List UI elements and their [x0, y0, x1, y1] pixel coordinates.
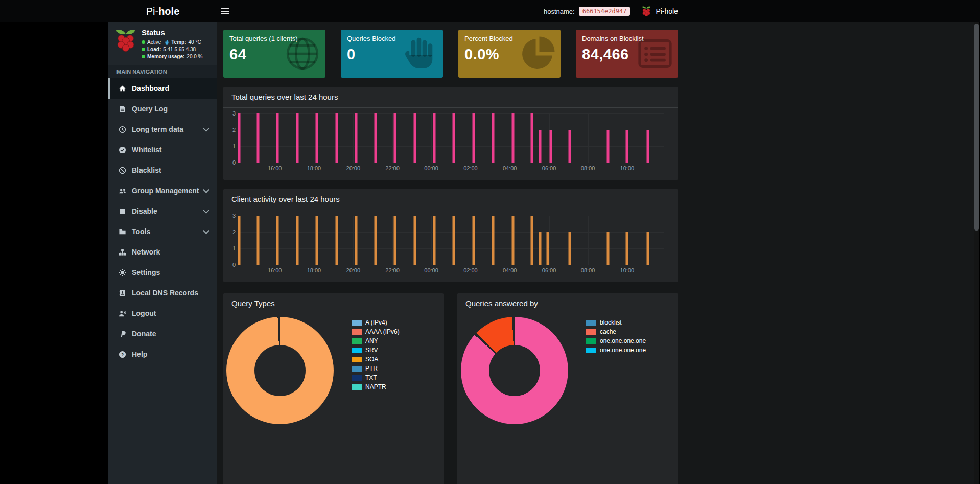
- user-menu[interactable]: Pi-hole: [656, 7, 678, 15]
- navbar-right: hostname: 666154e2d947 Pi-hole: [544, 0, 678, 22]
- sidebar-item-logout[interactable]: Logout: [108, 303, 217, 324]
- bar: [531, 216, 533, 265]
- y-tick-label: 1: [232, 245, 236, 251]
- bar: [335, 113, 338, 163]
- bar: [374, 216, 377, 265]
- sidebar-item-settings[interactable]: Settings: [108, 262, 217, 283]
- sidebar-item-group-management[interactable]: Group Management: [108, 180, 217, 201]
- gridline-horizontal: [238, 163, 664, 163]
- legend-swatch: [352, 357, 362, 362]
- legend-label: SRV: [365, 347, 378, 354]
- legend-item: SOA: [352, 355, 400, 364]
- sidebar-item-help[interactable]: ?Help: [108, 344, 217, 364]
- status-memory: Memory usage: 20.0 %: [142, 54, 203, 59]
- gridline-vertical: [353, 216, 354, 265]
- legend-label: SOA: [365, 356, 378, 363]
- paypal-icon: [119, 330, 127, 338]
- legend-label: TXT: [365, 374, 377, 381]
- sidebar-item-label: Network: [132, 248, 160, 256]
- bar: [355, 113, 358, 163]
- status-panel: Status Active Temp: 40 °C Load: 5.41 5.6…: [108, 22, 217, 65]
- sidebar-item-label: Disable: [132, 207, 157, 215]
- bar: [355, 216, 358, 265]
- gridline-horizontal: [238, 146, 664, 147]
- x-axis: 16:0018:0020:0022:0000:0002:0004:0006:00…: [238, 165, 664, 173]
- sidebar-item-local-dns-records[interactable]: Local DNS Records: [108, 283, 217, 303]
- bar: [626, 232, 628, 265]
- legend-swatch: [352, 366, 362, 372]
- bar: [276, 113, 279, 163]
- sidebar-item-tools[interactable]: Tools: [108, 221, 217, 242]
- x-tick-label: 22:00: [385, 165, 400, 171]
- legend-item: SRV: [352, 345, 400, 355]
- donut-hole: [489, 345, 540, 396]
- plot-area: [238, 113, 664, 163]
- chevron-down-icon: [203, 207, 209, 214]
- panel-total-queries: Total queries over last 24 hours 3210 16…: [223, 87, 678, 180]
- bar: [539, 130, 542, 163]
- bar: [257, 216, 260, 265]
- sidebar-item-label: Whitelist: [132, 146, 161, 154]
- gridline-vertical: [431, 113, 432, 163]
- legend-item: PTR: [352, 364, 400, 373]
- bar: [472, 113, 475, 163]
- scrollbar[interactable]: [974, 0, 979, 484]
- x-tick-label: 18:00: [307, 165, 321, 171]
- x-tick-label: 02:00: [463, 267, 478, 273]
- sidebar-item-query-log[interactable]: Query Log: [108, 99, 217, 119]
- y-axis: 3210: [228, 216, 238, 265]
- legend-label: NAPTR: [365, 383, 386, 390]
- check-circle-icon: [119, 146, 127, 154]
- load-label: Load:: [147, 47, 161, 52]
- bar: [257, 113, 260, 163]
- sidebar-item-dashboard[interactable]: Dashboard: [108, 78, 217, 99]
- sidebar-item-long-term-data[interactable]: Long term data: [108, 119, 217, 140]
- bar: [316, 113, 318, 163]
- legend-label: one.one.one.one: [600, 337, 646, 344]
- sidebar-item-label: Local DNS Records: [132, 289, 198, 297]
- pie-icon: [519, 35, 556, 73]
- gridline-vertical: [588, 113, 589, 163]
- brand-logo[interactable]: Pi-hole: [108, 0, 217, 22]
- bar: [549, 130, 552, 163]
- bar: [453, 113, 455, 163]
- legend-swatch: [352, 329, 362, 335]
- sidebar-item-label: Help: [132, 350, 147, 358]
- sidebar-item-label: Group Management: [132, 187, 199, 195]
- y-tick-label: 1: [232, 143, 236, 149]
- legend-label: one.one.one.one: [600, 347, 646, 354]
- x-tick-label: 10:00: [620, 267, 635, 273]
- bar: [296, 216, 298, 265]
- sidebar-item-whitelist[interactable]: Whitelist: [108, 140, 217, 160]
- bar: [413, 216, 416, 265]
- donut-hole: [254, 345, 306, 396]
- legend-label: ANY: [365, 337, 378, 344]
- gridline-horizontal: [238, 113, 664, 114]
- gridline-vertical: [510, 216, 510, 265]
- scrollbar-thumb[interactable]: [974, 24, 979, 231]
- sidebar-section-label: MAIN NAVIGATION: [108, 65, 217, 78]
- legend-label: AAAA (IPv6): [365, 328, 400, 335]
- summary-card-percent-blocked: Percent Blocked0.0%: [458, 30, 561, 78]
- load-value: 5.41 5.65 4.38: [163, 47, 196, 52]
- sidebar-item-donate[interactable]: Donate: [108, 324, 217, 344]
- memory-label: Memory usage:: [147, 54, 184, 59]
- brand-bold: hole: [158, 6, 179, 17]
- bar: [316, 216, 318, 265]
- sidebar-item-blacklist[interactable]: Blacklist: [108, 160, 217, 180]
- sidebar-item-network[interactable]: Network: [108, 242, 217, 262]
- x-tick-label: 08:00: [581, 267, 595, 273]
- svg-text:?: ?: [121, 352, 124, 357]
- bar: [238, 216, 240, 265]
- folder-icon: [119, 228, 127, 236]
- status-dot-icon: [142, 48, 145, 51]
- gridline-vertical: [275, 113, 275, 163]
- total-queries-chart: 3210 16:0018:0020:0022:0000:0002:0004:00…: [228, 113, 672, 174]
- sidebar-toggle-button[interactable]: [221, 7, 229, 16]
- sidebar-item-disable[interactable]: Disable: [108, 201, 217, 221]
- chevron-down-icon: [203, 227, 209, 234]
- legend-item: AAAA (IPv6): [352, 327, 400, 336]
- gridline-vertical: [588, 216, 589, 265]
- sidebar-item-label: Donate: [132, 330, 156, 338]
- gears-icon: [119, 269, 127, 276]
